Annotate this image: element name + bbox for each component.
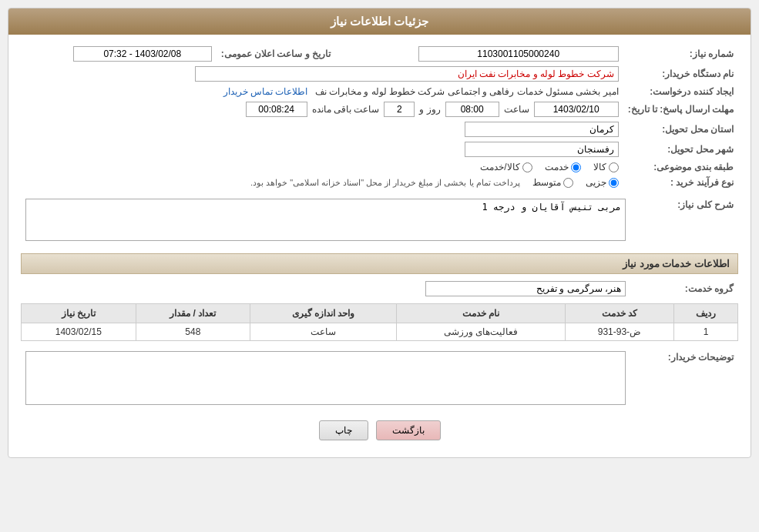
col-name: نام خدمت — [397, 304, 565, 323]
cell-quantity: 548 — [136, 323, 250, 341]
deadline-day-label: روز و — [419, 104, 440, 115]
service-group-label: گروه خدمت: — [630, 279, 738, 299]
deadline-days-input[interactable] — [384, 102, 415, 117]
services-section-header: اطلاعات خدمات مورد نیاز — [21, 253, 738, 274]
cell-row: 1 — [674, 323, 738, 341]
col-quantity: تعداد / مقدار — [136, 304, 250, 323]
table-row: 1 ض-93-931 فعالیت‌های ورزشی ساعت 548 140… — [22, 323, 738, 341]
creator-label: ایجاد کننده درخواست: — [623, 84, 738, 99]
category-kala-label: کالا — [593, 162, 606, 172]
province-label: استان محل تحویل: — [623, 119, 738, 139]
buyer-notes-label: توضیحات خریدار: — [630, 349, 738, 410]
process-jozii-label: جزیی — [586, 177, 606, 188]
description-textarea[interactable]: مربی تنیس آقایان و درجه 1 — [25, 199, 626, 241]
buyer-org-input[interactable] — [195, 66, 619, 82]
process-label: نوع فرآیند خرید : — [623, 175, 738, 190]
description-label: شرح کلی نیاز: — [630, 196, 738, 246]
creator-link[interactable]: اطلاعات تماس خریدار — [223, 86, 308, 97]
category-kala-radio[interactable] — [609, 162, 619, 172]
page-header: جزئیات اطلاعات نیاز — [8, 8, 751, 35]
buyer-notes-textarea[interactable] — [25, 351, 626, 405]
category-label: طبقه بندی موضوعی: — [623, 159, 738, 175]
process-note: پرداخت تمام یا بخشی از مبلغ خریدار از مح… — [250, 178, 520, 188]
print-button[interactable]: چاپ — [319, 420, 368, 440]
process-motavaset-label: متوسط — [532, 177, 561, 188]
city-input[interactable] — [465, 142, 619, 157]
deadline-remaining-label: ساعت باقی مانده — [312, 104, 380, 115]
deadline-date-input[interactable] — [534, 102, 619, 117]
deadline-remaining-input[interactable] — [246, 102, 307, 117]
tender-number-input[interactable] — [418, 46, 619, 62]
cell-unit: ساعت — [250, 323, 397, 341]
province-input[interactable] — [465, 122, 619, 137]
category-khedmat-label: خدمت — [545, 162, 569, 172]
back-button[interactable]: بازگشت — [376, 420, 441, 440]
cell-code: ض-93-931 — [565, 323, 673, 341]
deadline-time-input[interactable] — [445, 102, 499, 117]
process-motavaset-radio[interactable] — [563, 178, 573, 188]
col-unit: واحد اندازه گیری — [250, 304, 397, 323]
process-jozii-radio[interactable] — [609, 178, 619, 188]
category-kala-khedmat-radio[interactable] — [522, 162, 532, 172]
deadline-time-label: ساعت — [504, 104, 529, 115]
col-code: کد خدمت — [565, 304, 673, 323]
button-row: بازگشت چاپ — [21, 420, 738, 448]
deadline-label: مهلت ارسال پاسخ: تا تاریخ: — [623, 99, 738, 119]
city-label: شهر محل تحویل: — [623, 139, 738, 159]
service-group-input[interactable] — [425, 281, 626, 296]
cell-name: فعالیت‌های ورزشی — [397, 323, 565, 341]
buyer-org-label: نام دستگاه خریدار: — [623, 64, 738, 84]
col-row: ردیف — [674, 304, 738, 323]
category-khedmat-radio[interactable] — [571, 162, 581, 172]
creator-text: امیر بخشی مسئول خدمات رفاهی و اجتماعی شر… — [315, 86, 619, 97]
announce-label: تاریخ و ساعت اعلان عمومی: — [217, 44, 346, 64]
services-table: ردیف کد خدمت نام خدمت واحد اندازه گیری ت… — [21, 303, 738, 341]
cell-date: 1403/02/15 — [22, 323, 136, 341]
col-date: تاریخ نیاز — [22, 304, 136, 323]
tender-number-label: شماره نیاز: — [623, 44, 738, 64]
category-kala-khedmat-label: کالا/خدمت — [480, 162, 519, 172]
page-title: جزئیات اطلاعات نیاز — [331, 15, 428, 28]
announce-input[interactable] — [73, 46, 212, 62]
